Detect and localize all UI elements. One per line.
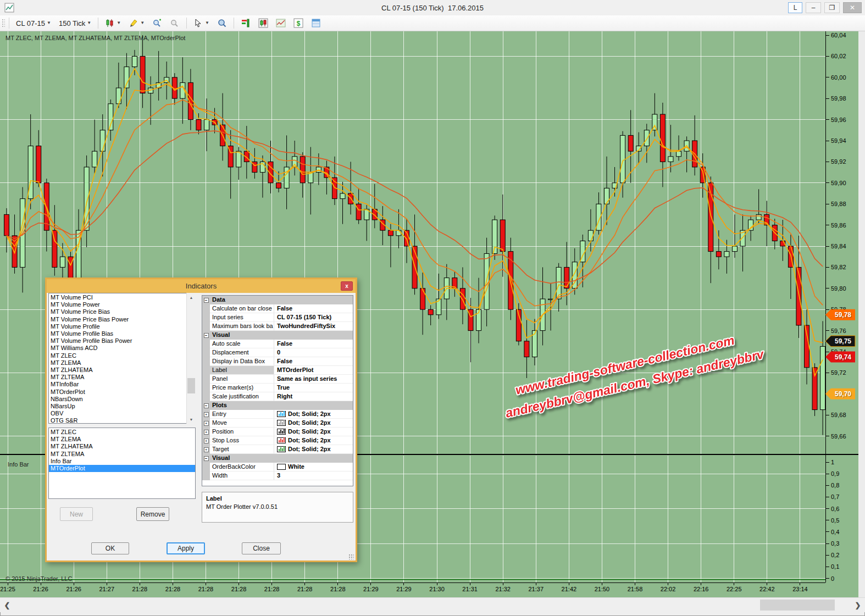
grid-section[interactable]: −Plots	[202, 401, 353, 410]
list-item[interactable]: Info Bar	[51, 458, 195, 465]
cursor-button[interactable]: ▼	[191, 17, 212, 29]
properties-button[interactable]	[308, 17, 324, 29]
chart-button[interactable]	[256, 17, 271, 29]
list-item[interactable]: MTInfoBar	[51, 381, 185, 388]
list-item[interactable]: MT ZLHATEMA	[51, 367, 185, 374]
dialog-title-bar[interactable]: Indicators x	[47, 279, 356, 293]
market-analyzer-button[interactable]	[238, 17, 253, 29]
instrument-selector[interactable]: CL 07-15 ▼	[13, 18, 54, 29]
available-indicators-list[interactable]: MT Volume PCIMT Volume PowerMT Volume Pr…	[48, 293, 196, 424]
property-value[interactable]: Dot; Solid; 2px	[274, 428, 353, 436]
maximize-button[interactable]: ❐	[824, 2, 840, 13]
property-value[interactable]: False	[274, 304, 353, 313]
grid-row[interactable]: +MoveDot; Solid; 2px	[202, 419, 353, 428]
list-item[interactable]: MT Volume Price Bias Power	[51, 316, 185, 323]
hot-list-button[interactable]	[273, 17, 289, 29]
list-item[interactable]: MT Williams ACD	[51, 345, 185, 352]
chart-style-button[interactable]: ▼	[102, 17, 124, 29]
applied-indicators-list[interactable]: MT ZLECMT ZLEMAMT ZLHATEMAMT ZLTEMAInfo …	[48, 428, 196, 499]
horizontal-scrollbar[interactable]: ❮ ❯	[0, 597, 865, 612]
expand-icon[interactable]: +	[204, 447, 209, 452]
zoom-out-button[interactable]	[167, 17, 182, 29]
list-item[interactable]: NBarsDown	[51, 396, 185, 403]
property-value[interactable]: Right	[274, 392, 353, 401]
grid-row[interactable]: Displacement0	[202, 348, 353, 357]
close-dialog-button[interactable]: Close	[242, 542, 281, 554]
apply-button[interactable]: Apply	[167, 542, 205, 554]
collapse-icon[interactable]: −	[204, 298, 209, 303]
list-item[interactable]: NBarsUp	[51, 403, 185, 410]
list-item[interactable]: MT Volume Power	[51, 301, 185, 308]
property-value[interactable]: Dot; Solid; 2px	[274, 436, 353, 445]
grid-row[interactable]: Price marker(s)True	[202, 384, 353, 392]
remove-button[interactable]: Remove	[136, 507, 169, 521]
expand-icon[interactable]: +	[204, 430, 209, 435]
resize-grip[interactable]	[348, 554, 354, 559]
list-item[interactable]: MTOrderPlot	[51, 389, 185, 396]
collapse-icon[interactable]: −	[204, 333, 209, 338]
expand-icon[interactable]: +	[204, 439, 209, 443]
list-item[interactable]: MT Volume Profile Bias Power	[51, 337, 185, 345]
property-value[interactable]: True	[274, 384, 353, 392]
property-value[interactable]: CL 07-15 (150 Tick)	[274, 313, 353, 322]
grid-row[interactable]: +EntryDot; Solid; 2px	[202, 410, 353, 419]
scroll-left-arrow[interactable]: ❮	[2, 600, 12, 611]
interval-selector[interactable]: 150 Tick ▼	[56, 18, 94, 29]
scroll-down-arrow[interactable]: ▼	[187, 415, 196, 424]
draw-button[interactable]: ▼	[126, 17, 147, 29]
account-button[interactable]: $	[291, 17, 306, 29]
list-item[interactable]: MT ZLHATEMA	[51, 443, 195, 450]
list-item[interactable]: MT ZLEMA	[51, 359, 185, 367]
hscroll-thumb[interactable]	[760, 600, 835, 611]
ok-button[interactable]: OK	[91, 542, 129, 554]
minimize-button[interactable]: –	[806, 2, 821, 13]
grid-row[interactable]: Calculate on bar closeFalse	[202, 304, 353, 313]
list-item[interactable]: MT ZLTEMA	[51, 374, 185, 381]
list-item[interactable]: MT ZLEC	[51, 429, 195, 436]
property-value[interactable]: White	[274, 463, 353, 471]
list-item[interactable]: MT Volume PCI	[51, 294, 185, 301]
grid-row[interactable]: +Stop LossDot; Solid; 2px	[202, 436, 353, 445]
scroll-thumb[interactable]	[187, 378, 195, 393]
property-value[interactable]: False	[274, 340, 353, 348]
grid-row[interactable]: OrderBackColorWhite	[202, 463, 353, 471]
property-value[interactable]: 0	[274, 348, 353, 357]
list-item[interactable]: MTOrderPlot	[49, 465, 195, 472]
close-button[interactable]: ✕	[843, 2, 862, 13]
property-value[interactable]: Dot; Solid; 2px	[274, 445, 353, 454]
list-item[interactable]: MT Volume Profile Bias	[51, 330, 185, 337]
grid-section[interactable]: −Visual	[202, 454, 353, 463]
property-value[interactable]: MTOrderPlot	[274, 366, 353, 375]
grid-row[interactable]: Width3	[202, 471, 353, 480]
toolbar-grip[interactable]	[1, 18, 5, 28]
link-button[interactable]: L	[788, 2, 802, 13]
grid-row[interactable]: +PositionDot; Solid; 2px	[202, 428, 353, 436]
new-button[interactable]: New	[60, 507, 93, 521]
property-value[interactable]: Dot; Solid; 2px	[274, 419, 353, 428]
grid-row[interactable]: Display in Data BoxFalse	[202, 357, 353, 366]
grid-section[interactable]: −Data	[202, 296, 353, 304]
scroll-right-arrow[interactable]: ❯	[853, 600, 863, 611]
expand-icon[interactable]: +	[204, 421, 209, 426]
grid-row[interactable]: Maximum bars look baTwoHundredFiftySix	[202, 322, 353, 331]
data-box-button[interactable]	[214, 17, 230, 29]
list-item[interactable]: OBV	[51, 410, 185, 417]
grid-row[interactable]: Scale justificationRight	[202, 392, 353, 401]
list-item[interactable]: MT ZLEC	[51, 352, 185, 359]
collapse-icon[interactable]: −	[204, 456, 209, 461]
list-item[interactable]: MT Volume Price Bias	[51, 308, 185, 315]
list-item[interactable]: MT Volume Profile	[51, 323, 185, 330]
property-value[interactable]: Same as input series	[274, 375, 353, 384]
property-grid[interactable]: −DataCalculate on bar closeFalseInput se…	[202, 295, 353, 486]
grid-row[interactable]: LabelMTOrderPlot	[202, 366, 353, 375]
property-value[interactable]: TwoHundredFiftySix	[274, 322, 353, 331]
list-item[interactable]: MT ZLTEMA	[51, 451, 195, 458]
list-item[interactable]: MT ZLEMA	[51, 436, 195, 443]
property-value[interactable]: False	[274, 357, 353, 366]
list-item[interactable]: OTG S&R	[51, 417, 185, 424]
grid-row[interactable]: PanelSame as input series	[202, 375, 353, 384]
property-value[interactable]: 3	[274, 471, 353, 480]
scroll-up-arrow[interactable]: ▲	[187, 293, 196, 302]
grid-section[interactable]: −Visual	[202, 331, 353, 340]
collapse-icon[interactable]: −	[204, 403, 209, 408]
